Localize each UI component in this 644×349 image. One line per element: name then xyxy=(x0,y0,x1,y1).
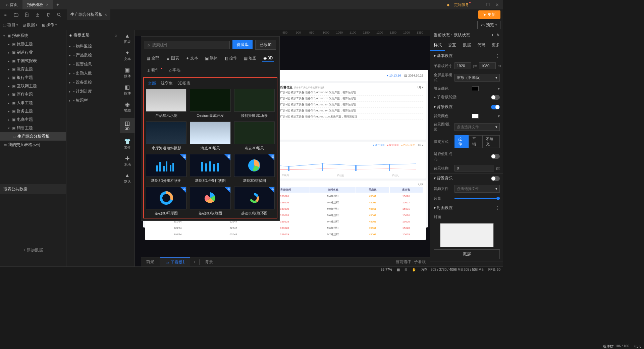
add-state-icon[interactable]: + xyxy=(491,33,494,38)
menu-operate[interactable]: ⊞操作▾ xyxy=(42,22,57,28)
menu-data[interactable]: ⊟数据▾ xyxy=(22,22,37,28)
component-card[interactable]: 基础3D饼状图 xyxy=(234,154,275,183)
cat-local[interactable]: ⌂ 本地 xyxy=(168,66,182,74)
maximize-button[interactable]: ❐ xyxy=(483,0,492,9)
height-input[interactable] xyxy=(479,62,496,69)
tree-item[interactable]: ▸▣医疗主题 xyxy=(0,90,66,99)
fill-color-swatch[interactable] xyxy=(472,86,479,91)
vicon-media[interactable]: ▣媒体 xyxy=(120,67,135,79)
vicon-text[interactable]: ✦文本 xyxy=(120,50,135,61)
grid-toggle-icon[interactable]: ▦ xyxy=(397,268,400,271)
tab-add[interactable]: + xyxy=(53,2,62,7)
vicon-default[interactable]: ▲默认 xyxy=(120,172,135,184)
snap-toggle-icon[interactable]: ⊞ xyxy=(405,268,407,271)
cat-3d[interactable]: ◉ 3D xyxy=(262,54,274,62)
close-button[interactable]: ✕ xyxy=(492,0,502,9)
component-card[interactable]: 倾斜摄影3D场景 xyxy=(234,89,275,118)
tree-item[interactable]: ▸▣教育主题 xyxy=(0,65,66,73)
nine-toggle[interactable] xyxy=(491,154,500,159)
prop-tab-style[interactable]: 样式 xyxy=(430,40,445,51)
vicon-control[interactable]: ◧控件 xyxy=(120,84,135,96)
music-toggle[interactable] xyxy=(491,176,500,181)
cat-text[interactable]: ✦ 文本 xyxy=(184,54,200,62)
prop-tab-data[interactable]: 数据 xyxy=(460,40,474,51)
component-card[interactable]: Cesium集成开发 xyxy=(190,89,230,118)
hand-tool-icon[interactable]: ✋ xyxy=(412,268,416,271)
vicon-suite[interactable]: 👕套件 xyxy=(120,138,135,150)
trash-icon[interactable] xyxy=(43,9,54,20)
vicon-local[interactable]: ✚本地 xyxy=(120,155,135,167)
bg-color-swatch[interactable] xyxy=(472,114,479,118)
bg-image-select[interactable]: 点击选择文件▾ xyxy=(454,123,500,131)
vicon-map[interactable]: ◉地图 xyxy=(120,101,135,113)
edit-state-icon[interactable]: ✎ xyxy=(496,33,500,38)
canvas-tab-front[interactable]: 前景 xyxy=(141,257,160,267)
minimize-button[interactable]: — xyxy=(474,0,483,9)
tab-active[interactable]: 报表模板 × xyxy=(22,0,53,9)
layer-item[interactable]: ▸▫报警信息 xyxy=(66,60,120,69)
close-icon[interactable]: × xyxy=(46,2,48,7)
component-card[interactable]: 点云3D场景 xyxy=(234,121,275,151)
bg-toggle[interactable] xyxy=(491,105,500,109)
layer-item[interactable]: ▸▫标题栏 xyxy=(66,96,120,105)
more-icon[interactable]: ⋮ xyxy=(496,54,500,58)
added-button[interactable]: 已添加 xyxy=(255,40,276,50)
subcat-twin[interactable]: 鲸孪生 xyxy=(161,81,173,86)
layer-item[interactable]: ▸▫物料监控 xyxy=(66,42,120,51)
add-data-button[interactable]: + 添加数据 xyxy=(0,245,66,256)
public-data-header[interactable]: 报表公共数据 xyxy=(0,184,66,194)
fill-stretch[interactable]: 拉伸 xyxy=(454,135,469,148)
component-search[interactable]: ⌕ xyxy=(145,41,230,49)
screenshot-button[interactable]: 截屏 xyxy=(434,249,500,259)
prop-tab-interact[interactable]: 交互 xyxy=(445,40,459,51)
width-input[interactable] xyxy=(454,62,471,69)
carousel-toggle[interactable] xyxy=(491,95,500,100)
menu-project[interactable]: ▢项目▾ xyxy=(3,22,18,28)
tree-item[interactable]: ▾▣销售主题 xyxy=(0,124,66,132)
search-icon[interactable]: ⌕ xyxy=(115,33,117,38)
tree-item[interactable]: ▸▣银行主题 xyxy=(0,73,66,82)
cat-media[interactable]: ▣ 媒体 xyxy=(204,54,219,62)
tree-item[interactable]: ▸▣制造行业 xyxy=(0,48,66,57)
prop-tab-code[interactable]: 代码 xyxy=(474,40,488,51)
fill-tile[interactable]: 平铺 xyxy=(469,135,483,148)
component-card[interactable]: 基础3D分组柱状图 xyxy=(146,154,186,183)
update-button[interactable]: ➤ 更新 xyxy=(478,10,500,19)
more-icon[interactable]: ⋮ xyxy=(496,206,500,210)
component-card[interactable]: 产品展示示例 xyxy=(146,89,186,118)
search-input[interactable] xyxy=(152,43,227,47)
component-card[interactable]: 基础3D玫瑰图 xyxy=(190,187,230,216)
tree-item[interactable]: ▸▣电商主题 xyxy=(0,115,66,124)
layer-item[interactable]: ▸▫计划进度 xyxy=(66,87,120,96)
component-card[interactable]: 海底3D场景 xyxy=(190,121,230,151)
canvas-tab-sub[interactable]: ▭ 子看板1 xyxy=(160,257,190,267)
resource-lib-button[interactable]: 资源库 xyxy=(232,40,253,49)
blur-input[interactable] xyxy=(454,165,494,171)
tree-item-selected[interactable]: ▭生产综合分析看板 xyxy=(0,132,66,141)
canvas-area[interactable]: 8509009501000105011001150120012501300135… xyxy=(135,30,430,266)
tree-root[interactable]: ▾▣报表系统 xyxy=(0,32,66,40)
cat-chart[interactable]: ▲ 图表 xyxy=(165,54,180,62)
file-add-icon[interactable] xyxy=(21,9,32,20)
menu-icon[interactable]: ≡ xyxy=(0,9,11,20)
tab-home[interactable]: ⌂ 首页 xyxy=(1,0,22,9)
prop-tab-more[interactable]: 更多 xyxy=(489,40,503,51)
canvas-tab-back[interactable]: 背景 xyxy=(200,257,218,267)
display-mode-select[interactable]: 缩放（不滚动）▾ xyxy=(454,74,500,82)
custom-service-link[interactable]: 定制服务 xyxy=(454,2,469,7)
layer-item[interactable]: ▸▫设备监控 xyxy=(66,78,120,87)
canvas-tab-add[interactable]: + xyxy=(190,260,199,264)
layer-item[interactable]: ▸▫出勤人数 xyxy=(66,69,120,78)
component-card[interactable]: 基础3D堆叠柱状图 xyxy=(190,154,230,183)
subcat-all[interactable]: 全部 xyxy=(148,81,156,86)
subcat-3dchart[interactable]: 3D图表 xyxy=(177,81,191,86)
preview-button[interactable]: ▭ 预览▾ xyxy=(477,21,500,29)
component-card[interactable]: 基础3D玫瑰环图 xyxy=(234,187,275,216)
cat-all[interactable]: ▦ 全部 xyxy=(145,54,161,62)
search-icon[interactable] xyxy=(54,9,64,20)
cat-control[interactable]: ◧ 控件 xyxy=(223,54,238,62)
vicon-3d[interactable]: ◫3D xyxy=(120,118,135,133)
tree-item[interactable]: ▸▣旅游主题 xyxy=(0,40,66,48)
zoom-level[interactable]: 56.77% xyxy=(381,268,392,271)
vicon-chart[interactable]: ▲图表 xyxy=(120,33,135,44)
